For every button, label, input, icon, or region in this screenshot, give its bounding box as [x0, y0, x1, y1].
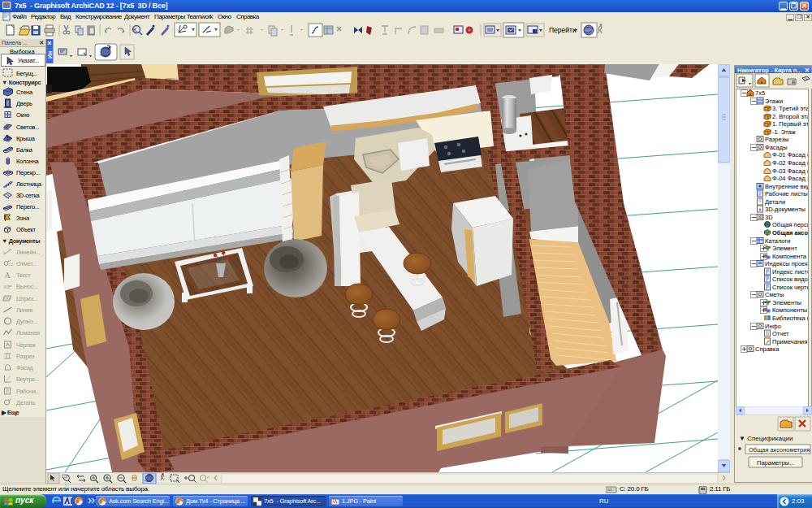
svg-text:Ин: Ин: [47, 51, 53, 59]
svg-text:1.2: 1.2: [9, 263, 14, 267]
svg-text:Перейти: Перейти: [549, 26, 577, 34]
svg-text:Параметры...: Параметры...: [757, 459, 794, 467]
svg-text:A1: A1: [4, 284, 11, 289]
svg-text:Общая аксонометрия: Общая аксонометрия: [749, 446, 810, 454]
svg-text:▼ Спецификации: ▼ Спецификации: [739, 435, 793, 442]
svg-text:A: A: [5, 271, 11, 280]
svg-text:3D: 3D: [758, 215, 763, 219]
svg-text:K: K: [133, 27, 137, 33]
